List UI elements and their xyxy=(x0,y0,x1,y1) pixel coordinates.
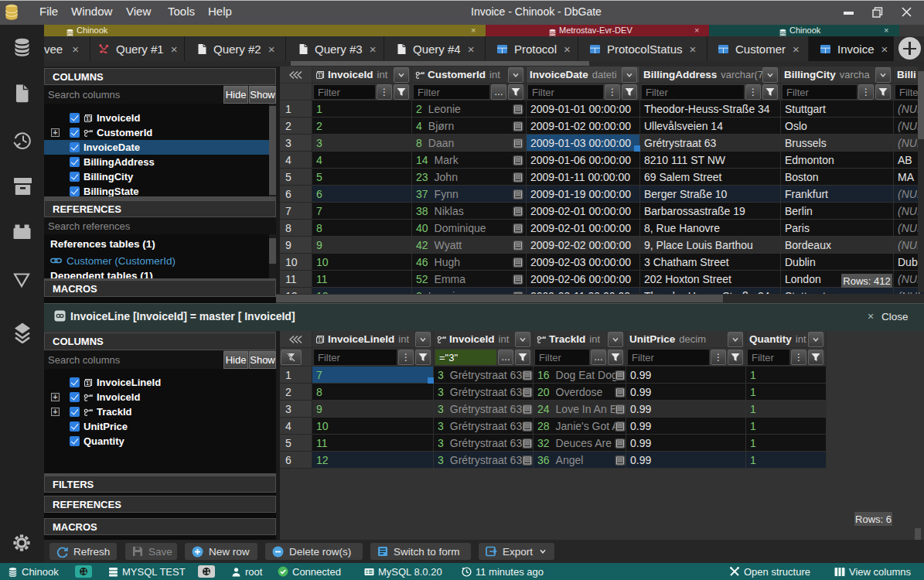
svg-text:1: 1 xyxy=(318,336,321,343)
svg-text:1: 1 xyxy=(86,115,89,122)
svg-text:1: 1 xyxy=(86,380,89,387)
svg-text:1: 1 xyxy=(318,72,321,79)
